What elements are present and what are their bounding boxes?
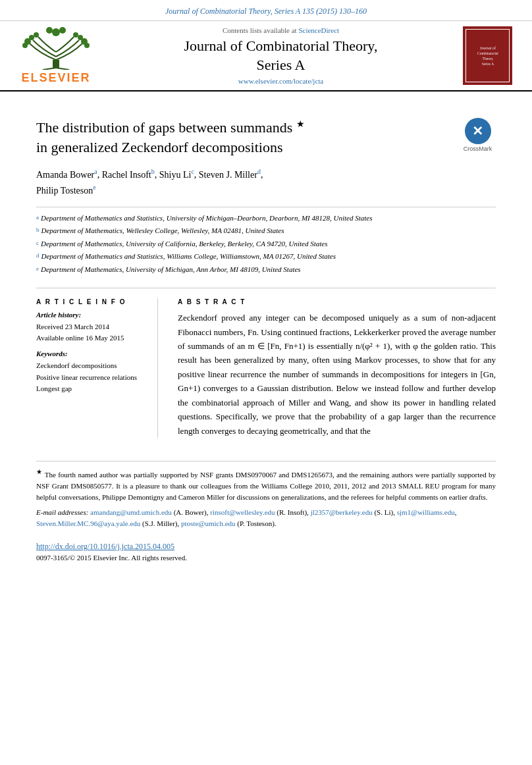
journal-cover-image: Journal of Combinatorial Theory, Series … [463, 26, 512, 85]
elsevier-brand-text: ELSEVIER [21, 71, 90, 85]
author-3: Shiyu Lic, [159, 170, 197, 180]
svg-point-12 [46, 27, 53, 34]
received-date: Received 23 March 2014 [36, 321, 144, 332]
cover-inner: Journal of Combinatorial Theory, Series … [466, 29, 510, 82]
svg-text:Journal of: Journal of [479, 46, 495, 50]
affiliation-b-text: Department of Mathematics, Wellesley Col… [41, 225, 496, 236]
footnote-star-text: The fourth named author was partially su… [36, 471, 496, 501]
affiliation-a-text: Department of Mathematics and Statistics… [41, 213, 496, 224]
article-info-heading: A R T I C L E I N F O [36, 298, 144, 305]
author-4: Steven J. Millerd, [199, 170, 263, 180]
citation-text: Journal of Combinatorial Theory, Series … [165, 7, 367, 16]
email-tosteson[interactable]: ptoste@umich.edu [181, 519, 236, 527]
affiliation-a: a Department of Mathematics and Statisti… [36, 213, 496, 224]
affiliation-e-text: Department of Mathematics, University of… [41, 264, 496, 275]
svg-line-2 [56, 68, 69, 70]
svg-point-10 [84, 43, 90, 48]
keyword-1: Zeckendorf decompositions [36, 360, 144, 372]
elsevier-tree-icon [20, 27, 92, 70]
email-miller[interactable]: Steven.Miller.MC.96@aya.yale.edu [36, 519, 140, 527]
title-line1: The distribution of gaps between summand… [36, 119, 292, 136]
author-1: Amanda Bowera, [36, 170, 99, 180]
crossmark-badge[interactable]: ✕ CrossMark [460, 118, 496, 152]
article-title: The distribution of gaps between summand… [36, 118, 450, 157]
svg-point-4 [29, 35, 34, 40]
title-star: ★ [296, 119, 305, 129]
author-2: Rachel Insoftb, [102, 170, 157, 180]
doi-link[interactable]: http://dx.doi.org/10.1016/j.jcta.2015.04… [36, 542, 496, 552]
title-line2: in generalized Zeckendorf decompositions [36, 139, 282, 155]
keywords-label: Keywords: [36, 350, 144, 357]
article-info-abstract-section: A R T I C L E I N F O Article history: R… [36, 288, 496, 438]
email-label: E-mail addresses: [36, 508, 88, 516]
email-bower[interactable]: amandang@umd.umich.edu [90, 508, 172, 516]
affiliation-c-text: Department of Mathematics, University of… [41, 238, 496, 250]
journal-name-line2: Series A [257, 57, 306, 73]
abstract-body: Zeckendorf proved any integer can be dec… [178, 311, 496, 438]
affiliation-e: e Department of Mathematics, University … [36, 264, 496, 275]
crossmark-label: CrossMark [460, 145, 496, 152]
email-li[interactable]: jl2357@berkeley.edu [311, 508, 373, 516]
journal-name-line1: Journal of Combinatorial Theory, [184, 38, 378, 54]
svg-point-13 [59, 27, 66, 34]
history-label: Article history: [36, 311, 144, 319]
svg-point-9 [73, 32, 78, 38]
contents-line: Contents lists available at ScienceDirec… [223, 26, 339, 34]
contents-label: Contents lists available at [223, 26, 297, 34]
email-insoft[interactable]: rinsoft@wellesley.edu [210, 508, 275, 516]
affiliations-section: a Department of Mathematics and Statisti… [36, 207, 496, 275]
affiliation-b: b Department of Mathematics, Wellesley C… [36, 225, 496, 236]
journal-name: Journal of Combinatorial Theory, Series … [184, 37, 378, 74]
footnote-star-note: ★ The fourth named author was partially … [36, 467, 496, 503]
journal-header: ELSEVIER Contents lists available at Sci… [0, 21, 532, 92]
email-sjm1[interactable]: sjm1@williams.edu [397, 508, 455, 516]
footnote-section: ★ The fourth named author was partially … [36, 461, 496, 530]
journal-citation: Journal of Combinatorial Theory, Series … [0, 0, 532, 21]
cover-icon: Journal of Combinatorial Theory, Series … [468, 43, 508, 69]
svg-point-6 [22, 43, 28, 48]
abstract-heading: A B S T R A C T [178, 298, 496, 305]
keyword-2: Positive linear recurrence relations [36, 372, 144, 384]
svg-point-8 [78, 35, 83, 40]
authors-list: Amanda Bowera, Rachel Insoftb, Shiyu Lic… [36, 167, 496, 199]
article-info-column: A R T I C L E I N F O Article history: R… [36, 298, 158, 438]
sciencedirect-link[interactable]: ScienceDirect [298, 26, 339, 34]
journal-url[interactable]: www.elsevier.com/locate/jcta [238, 77, 323, 85]
bottom-links-section: http://dx.doi.org/10.1016/j.jcta.2015.04… [36, 537, 496, 562]
elsevier-logo: ELSEVIER [13, 26, 99, 85]
svg-line-1 [43, 68, 56, 70]
svg-text:Theory,: Theory, [482, 57, 494, 61]
page: Journal of Combinatorial Theory, Series … [0, 0, 532, 765]
affiliation-d: d Department of Mathematics and Statisti… [36, 251, 496, 262]
copyright-text: 0097-3165/© 2015 Elsevier Inc. All right… [36, 554, 496, 562]
affiliation-d-text: Department of Mathematics and Statistics… [41, 251, 496, 262]
author-5: Philip Tostesone [36, 186, 96, 196]
main-content: The distribution of gaps between summand… [0, 92, 532, 461]
svg-text:Series A: Series A [481, 62, 494, 66]
affiliation-c: c Department of Mathematics, University … [36, 238, 496, 250]
svg-rect-0 [53, 60, 59, 68]
available-date: Available online 16 May 2015 [36, 332, 144, 344]
keyword-3: Longest gap [36, 383, 144, 395]
abstract-column: A B S T R A C T Zeckendorf proved any in… [178, 298, 496, 438]
crossmark-icon: ✕ [465, 118, 491, 144]
svg-text:Combinatorial: Combinatorial [477, 51, 498, 55]
svg-point-5 [34, 32, 39, 38]
email-addresses-line: E-mail addresses: amandang@umd.umich.edu… [36, 507, 496, 530]
journal-center-info: Contents lists available at ScienceDirec… [105, 26, 456, 85]
svg-point-11 [52, 28, 60, 36]
article-title-section: The distribution of gaps between summand… [36, 118, 496, 157]
